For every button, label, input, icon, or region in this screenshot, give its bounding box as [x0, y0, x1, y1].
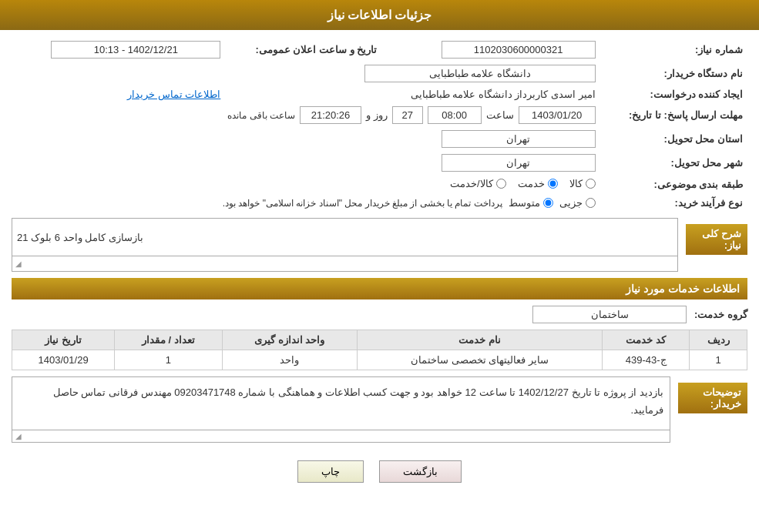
public-announce-label: تاریخ و ساعت اعلان عمومی: [225, 38, 381, 62]
need-number-display: 1102030600000321 [442, 41, 596, 59]
days-label: روز و [366, 109, 388, 121]
city-display: تهران [442, 154, 596, 172]
response-time-display: 08:00 [428, 106, 482, 124]
table-row: 1 ج-43-439 سایر فعالیتهای تخصصی ساختمان … [12, 350, 747, 370]
services-section-header: اطلاعات خدمات مورد نیاز [12, 278, 747, 299]
cell-service-code: ج-43-439 [603, 350, 690, 370]
buyer-org-display: دانشگاه علامه طباطبایی [364, 65, 596, 82]
service-group-row: گروه خدمت: ساختمان [12, 306, 747, 323]
col-rownum: ردیف [690, 330, 747, 350]
category-options: کالا خدمت کالا/خدمت [12, 175, 600, 194]
purchase-jozi-option[interactable]: جزیی [559, 197, 596, 209]
resize-icon-2: ◢ [15, 432, 22, 440]
purchase-jozi-radio[interactable] [586, 198, 596, 208]
cell-unit: واحد [222, 350, 358, 370]
content-area: شماره نیاز: 1102030600000321 تاریخ و ساع… [0, 30, 759, 502]
service-group-label: گروه خدمت: [694, 309, 747, 320]
col-service-name: نام خدمت [358, 330, 603, 350]
response-clock-display: 21:20:26 [300, 106, 361, 124]
city-label: شهر محل تحویل: [600, 151, 747, 175]
description-display: بازسازی کامل واحد 6 بلوک 21 [12, 218, 678, 256]
description-footer: ◢ [12, 256, 678, 272]
purchase-notice: پرداخت تمام یا بخشی از مبلغ خریدار محل "… [223, 198, 502, 209]
back-button[interactable]: بازگشت [379, 460, 462, 483]
response-deadline-label: مهلت ارسال پاسخ: تا تاریخ: [600, 103, 747, 127]
buyer-notes-section: توضیحات خریدار: بازدید از پروژه تا تاریخ… [12, 376, 747, 443]
print-button[interactable]: چاپ [297, 460, 364, 483]
response-days-display: 27 [392, 106, 423, 124]
category-both-radio[interactable] [496, 179, 506, 189]
purchase-motavaset-radio[interactable] [543, 198, 553, 208]
contact-info-link[interactable]: اطلاعات تماس خریدار [127, 89, 220, 100]
public-announce-value: 1402/12/21 - 10:13 [12, 38, 225, 62]
description-section: شرح کلی نیاز: بازسازی کامل واحد 6 بلوک 2… [12, 218, 747, 272]
page-title: جزئیات اطلاعات نیاز [327, 8, 432, 22]
requester-value: امیر اسدی کاربرداز دانشگاه علامه طباطبای… [225, 85, 599, 103]
main-info-table: شماره نیاز: 1102030600000321 تاریخ و ساع… [12, 38, 747, 212]
page-wrapper: جزئیات اطلاعات نیاز شماره نیاز: 11020306… [0, 0, 759, 532]
purchase-type-label: نوع فرآیند خرید: [600, 194, 747, 212]
purchase-type-value: جزیی متوسط پرداخت تمام یا بخشی از مبلغ خ… [12, 194, 600, 212]
buyer-notes-footer: ◢ [12, 430, 670, 443]
response-deadline-value: 1403/01/20 ساعت 08:00 27 روز و 21:20:26 … [12, 103, 600, 127]
buyer-org-value: دانشگاه علامه طباطبایی [12, 62, 600, 85]
page-header: جزئیات اطلاعات نیاز [0, 0, 759, 30]
col-service-code: کد خدمت [603, 330, 690, 350]
category-khedmat-label: خدمت [518, 178, 545, 189]
category-khedmat-option[interactable]: خدمت [518, 178, 558, 189]
description-section-header: شرح کلی نیاز: [686, 218, 747, 255]
category-kala-option[interactable]: کالا [569, 178, 596, 189]
buyer-notes-content: بازدید از پروژه تا تاریخ 1402/12/27 تا س… [12, 376, 670, 443]
requester-display: امیر اسدی کاربرداز دانشگاه علامه طباطبای… [411, 89, 596, 100]
cell-service-name: سایر فعالیتهای تخصصی ساختمان [358, 350, 603, 370]
category-khedmat-radio[interactable] [548, 179, 558, 189]
buyer-notes-label: توضیحات خریدار: [678, 383, 747, 413]
services-table: ردیف کد خدمت نام خدمت واحد اندازه گیری ت… [12, 330, 747, 370]
buyer-org-label: نام دستگاه خریدار: [600, 62, 747, 85]
button-row: بازگشت چاپ [12, 449, 747, 494]
remaining-label: ساعت باقی مانده [227, 110, 295, 121]
category-both-label: کالا/خدمت [450, 178, 493, 189]
category-label: طبقه بندی موضوعی: [600, 175, 747, 194]
resize-icon: ◢ [15, 259, 22, 268]
description-text: بازسازی کامل واحد 6 بلوک 21 [17, 232, 143, 243]
col-quantity: تعداد / مقدار [115, 330, 222, 350]
province-display: تهران [442, 130, 596, 148]
description-value-area: بازسازی کامل واحد 6 بلوک 21 ◢ [12, 218, 678, 272]
col-need-date: تاریخ نیاز [12, 330, 115, 350]
purchase-motavaset-label: متوسط [509, 197, 540, 209]
province-label: استان محل تحویل: [600, 127, 747, 151]
buyer-notes-text: بازدید از پروژه تا تاریخ 1402/12/27 تا س… [12, 376, 670, 430]
response-date-display: 1403/01/20 [519, 106, 596, 124]
buyer-notes-header-area: توضیحات خریدار: [678, 376, 747, 413]
cell-quantity: 1 [115, 350, 222, 370]
category-kala-radio[interactable] [586, 179, 596, 189]
announce-date-display: 1402/12/21 - 10:13 [51, 41, 220, 59]
description-label: شرح کلی نیاز: [686, 224, 747, 255]
province-value: تهران [12, 127, 600, 151]
cell-rownum: 1 [690, 350, 747, 370]
category-both-option[interactable]: کالا/خدمت [450, 178, 506, 189]
purchase-motavaset-option[interactable]: متوسط [509, 197, 553, 209]
need-number-label: شماره نیاز: [600, 38, 747, 62]
contact-link-cell[interactable]: اطلاعات تماس خریدار [12, 85, 225, 103]
purchase-jozi-label: جزیی [559, 197, 583, 209]
cell-need-date: 1403/01/29 [12, 350, 115, 370]
need-number-value: 1102030600000321 [405, 38, 599, 62]
service-group-display: ساختمان [532, 306, 687, 323]
requester-label: ایجاد کننده درخواست: [600, 85, 747, 103]
category-kala-label: کالا [569, 178, 583, 189]
col-unit: واحد اندازه گیری [222, 330, 358, 350]
time-label: ساعت [486, 109, 514, 121]
city-value: تهران [12, 151, 600, 175]
